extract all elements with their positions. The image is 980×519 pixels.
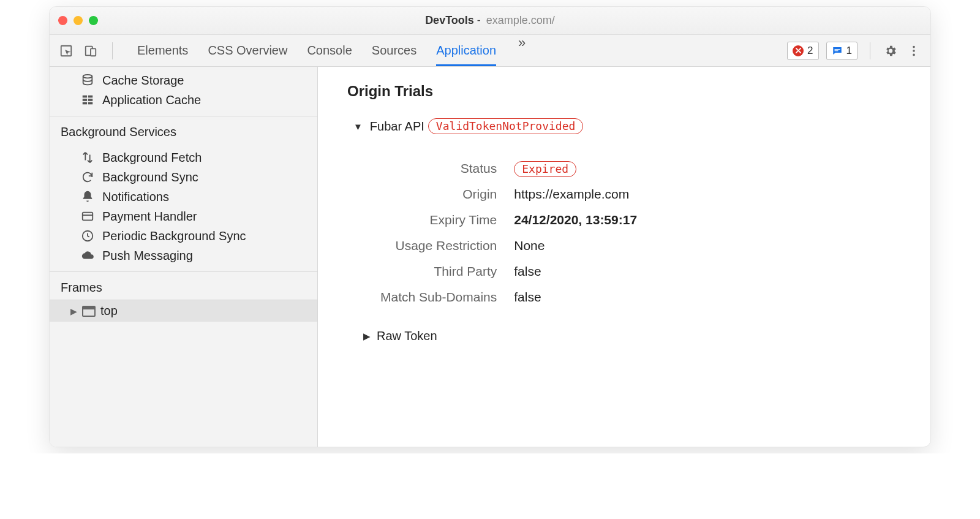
svg-point-7 (913, 53, 915, 56)
titlebar: DevTools - example.com/ (50, 7, 930, 35)
title-url: example.com/ (486, 14, 555, 27)
collapse-triangle-icon[interactable]: ▼ (353, 121, 363, 132)
subdomains-label: Match Sub-Domains (380, 290, 514, 305)
usage-label: Usage Restriction (380, 238, 514, 253)
sidebar-item-label: Background Fetch (102, 151, 202, 165)
frames-top-row[interactable]: ▶ top (50, 300, 317, 322)
clock-icon (80, 229, 95, 243)
origin-label: Origin (380, 187, 514, 202)
window-title: DevTools - example.com/ (50, 14, 930, 27)
errors-count: 2 (807, 45, 813, 57)
svg-rect-10 (88, 96, 92, 98)
status-label: Status (380, 161, 514, 176)
expiry-value: 24/12/2020, 13:59:17 (514, 213, 637, 227)
expand-triangle-icon[interactable]: ▶ (363, 331, 371, 342)
svg-point-6 (913, 50, 915, 52)
message-icon (832, 45, 843, 56)
trial-details-table: Status Expired Origin https://example.co… (380, 150, 637, 316)
expiry-label: Expiry Time (380, 213, 514, 227)
svg-rect-15 (83, 213, 93, 221)
panel-tabs: Elements CSS Overview Console Sources Ap… (137, 35, 778, 66)
svg-rect-2 (91, 48, 96, 56)
close-window-button[interactable] (58, 16, 67, 25)
zoom-window-button[interactable] (89, 16, 98, 25)
toolbar-right: 2 1 (787, 42, 922, 60)
svg-rect-13 (83, 102, 87, 105)
toolbar: Elements CSS Overview Console Sources Ap… (50, 35, 930, 67)
expand-triangle-icon[interactable]: ▶ (70, 306, 77, 316)
svg-rect-9 (83, 96, 87, 98)
settings-icon[interactable] (883, 43, 899, 59)
cache-section: Cache Storage Application Cache (50, 67, 317, 116)
sidebar-item-payment-handler[interactable]: Payment Handler (50, 206, 317, 226)
frame-name: top (100, 304, 118, 318)
tab-elements[interactable]: Elements (137, 35, 188, 66)
tab-application[interactable]: Application (436, 35, 496, 66)
bg-services-header[interactable]: Background Services (50, 116, 317, 144)
sidebar-item-label: Payment Handler (102, 210, 197, 224)
sidebar-item-label: Application Cache (102, 93, 201, 107)
svg-rect-11 (83, 99, 87, 101)
raw-token-label: Raw Token (377, 329, 437, 343)
sidebar-item-cache-storage[interactable]: Cache Storage (50, 70, 317, 90)
frame-icon (82, 306, 96, 317)
devtools-window: DevTools - example.com/ Elements CSS Ove… (49, 6, 931, 447)
svg-rect-14 (88, 102, 92, 105)
transfer-icon (80, 150, 95, 165)
sidebar-item-push-messaging[interactable]: Push Messaging (50, 246, 317, 265)
bg-services-section: Background Fetch Background Sync Notific… (50, 144, 317, 271)
origin-trials-heading: Origin Trials (347, 83, 901, 100)
application-main: Origin Trials ▼ Fubar API ValidTokenNotP… (318, 67, 930, 447)
trial-name: Fubar API (370, 119, 424, 134)
messages-chip[interactable]: 1 (826, 42, 858, 60)
third-party-value: false (514, 264, 637, 279)
svg-point-5 (913, 45, 915, 48)
inspect-element-icon[interactable] (58, 43, 74, 59)
origin-trial-row[interactable]: ▼ Fubar API ValidTokenNotProvided (353, 118, 901, 134)
svg-point-8 (83, 75, 92, 78)
third-party-label: Third Party (380, 264, 514, 279)
grid-icon (80, 93, 95, 107)
more-menu-icon[interactable] (906, 43, 922, 59)
window-controls (58, 16, 98, 25)
errors-chip[interactable]: 2 (787, 42, 818, 60)
messages-count: 1 (846, 45, 852, 57)
status-value-pill: Expired (514, 161, 576, 177)
sidebar-item-label: Push Messaging (102, 249, 193, 263)
sidebar-item-label: Periodic Background Sync (102, 229, 246, 243)
tab-css-overview[interactable]: CSS Overview (208, 35, 287, 66)
svg-rect-3 (834, 49, 840, 50)
svg-rect-4 (834, 50, 838, 51)
cloud-icon (80, 248, 95, 263)
device-toggle-icon[interactable] (83, 43, 99, 59)
title-app: DevTools (425, 14, 474, 27)
tabs-overflow-icon[interactable]: » (516, 35, 528, 66)
sidebar-item-periodic-background-sync[interactable]: Periodic Background Sync (50, 226, 317, 246)
raw-token-row[interactable]: ▶ Raw Token (363, 329, 901, 343)
panel-body: Cache Storage Application Cache Backgrou… (50, 67, 930, 447)
origin-value: https://example.com (514, 187, 637, 202)
sync-icon (80, 170, 95, 184)
database-icon (80, 73, 95, 88)
usage-value: None (514, 238, 637, 253)
minimize-window-button[interactable] (74, 16, 83, 25)
trial-status-pill: ValidTokenNotProvided (428, 118, 584, 134)
sidebar-item-background-fetch[interactable]: Background Fetch (50, 148, 317, 167)
sidebar-item-background-sync[interactable]: Background Sync (50, 167, 317, 187)
tab-sources[interactable]: Sources (372, 35, 417, 66)
sidebar-item-label: Background Sync (102, 170, 198, 184)
sidebar-item-label: Cache Storage (102, 74, 184, 88)
sidebar-item-application-cache[interactable]: Application Cache (50, 90, 317, 110)
bell-icon (80, 189, 95, 204)
credit-card-icon (80, 209, 95, 224)
tab-console[interactable]: Console (307, 35, 352, 66)
application-sidebar: Cache Storage Application Cache Backgrou… (50, 67, 318, 447)
sidebar-item-notifications[interactable]: Notifications (50, 187, 317, 206)
frames-header[interactable]: Frames (50, 271, 317, 300)
separator (112, 42, 113, 59)
separator (870, 42, 870, 59)
sidebar-item-label: Notifications (102, 190, 169, 204)
subdomains-value: false (514, 290, 637, 305)
svg-rect-12 (88, 99, 92, 101)
error-icon (793, 45, 804, 56)
